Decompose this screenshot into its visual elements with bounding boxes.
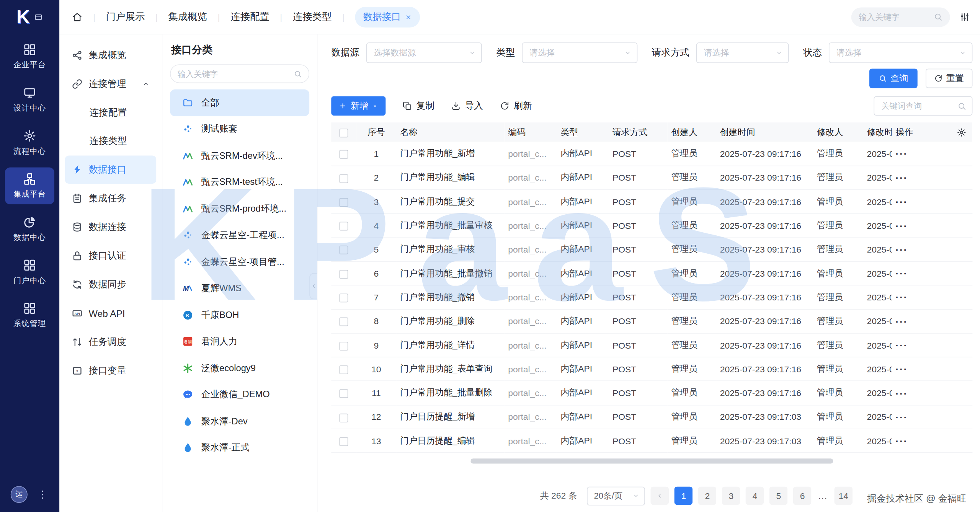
category-item-9[interactable]: 君润 君润人力 <box>170 328 309 355</box>
query-button[interactable]: 查询 <box>869 69 918 88</box>
menu-item-2[interactable]: 数据接口 <box>65 156 156 184</box>
table-row[interactable]: 11 门户常用功能_批量删除 portal_c... 内部API POST 管理… <box>331 381 972 405</box>
row-actions[interactable]: ··· <box>896 268 908 279</box>
category-item-6[interactable]: 金蝶云星空-项目管... <box>170 249 309 275</box>
gear-icon[interactable] <box>957 127 966 137</box>
table-row[interactable]: 9 门户常用功能_详情 portal_c... 内部API POST 管理员 2… <box>331 333 972 357</box>
avatar[interactable]: 运 <box>11 486 28 503</box>
tab-3[interactable]: 连接类型 <box>293 10 332 23</box>
copy-button[interactable]: 复制 <box>402 100 434 112</box>
row-actions[interactable]: ··· <box>896 316 908 327</box>
table-row[interactable]: 7 门户常用功能_撤销 portal_c... 内部API POST 管理员 2… <box>331 285 972 310</box>
row-checkbox[interactable] <box>340 222 348 231</box>
page-ellipsis[interactable]: ... <box>817 491 828 501</box>
row-actions[interactable]: ··· <box>896 173 908 183</box>
row-checkbox[interactable] <box>340 150 348 159</box>
menu-item-7[interactable]: API Web API <box>65 299 156 327</box>
table-row[interactable]: 1 门户常用功能_新增 portal_c... 内部API POST 管理员 2… <box>331 142 972 166</box>
table-row[interactable]: 3 门户常用功能_提交 portal_c... 内部API POST 管理员 2… <box>331 190 972 214</box>
row-actions[interactable]: ··· <box>896 412 908 422</box>
table-row[interactable]: 8 门户常用功能_删除 portal_c... 内部API POST 管理员 2… <box>331 309 972 333</box>
category-item-8[interactable]: K 千康BOH <box>170 302 309 328</box>
rail-item-2[interactable]: 流程中心 <box>5 124 54 161</box>
menu-item-1[interactable]: 连接管理 <box>65 70 156 98</box>
row-actions[interactable]: ··· <box>896 220 908 231</box>
menu-subitem-1-1[interactable]: 连接类型 <box>59 127 162 155</box>
menu-item-6[interactable]: 数据同步 <box>65 271 156 298</box>
reset-button[interactable]: 重置 <box>926 69 972 88</box>
scrollbar-thumb[interactable] <box>470 459 833 464</box>
tab-1[interactable]: 集成概览 <box>168 10 207 23</box>
rail-item-6[interactable]: 系统管理 <box>5 297 54 334</box>
menu-item-3[interactable]: 集成任务 <box>65 184 156 212</box>
home-icon[interactable] <box>72 11 83 22</box>
table-row[interactable]: 13 门户日历提醒_编辑 portal_c... 内部API POST 管理员 … <box>331 429 972 453</box>
page-size-select[interactable]: 20条/页 <box>587 486 645 505</box>
menu-item-4[interactable]: 数据连接 <box>65 213 156 241</box>
prev-page-button[interactable] <box>651 487 669 505</box>
menu-item-5[interactable]: 接口认证 <box>65 242 156 270</box>
row-checkbox[interactable] <box>340 174 348 183</box>
table-row[interactable]: 5 门户常用功能_审核 portal_c... 内部API POST 管理员 2… <box>331 238 972 262</box>
row-actions[interactable]: ··· <box>896 340 908 351</box>
category-search[interactable] <box>170 64 309 83</box>
keyword-search[interactable] <box>874 96 972 116</box>
filter-select-2[interactable]: 请选择 <box>696 42 789 63</box>
tab-2[interactable]: 连接配置 <box>230 10 269 23</box>
row-checkbox[interactable] <box>340 198 348 207</box>
app-logo[interactable]: K <box>0 0 59 34</box>
add-button[interactable]: 新增 <box>331 96 385 116</box>
filter-select-0[interactable]: 选择数据源 <box>366 42 482 63</box>
tab-0[interactable]: 门户展示 <box>106 10 145 23</box>
rail-item-3[interactable]: 集成平台 <box>5 168 54 204</box>
category-item-10[interactable]: 泛微ecology9 <box>170 355 309 381</box>
global-search-input[interactable] <box>859 12 930 21</box>
category-item-12[interactable]: 聚水潭-Dev <box>170 408 309 434</box>
filter-select-1[interactable]: 请选择 <box>522 42 637 63</box>
row-actions[interactable]: ··· <box>896 435 908 446</box>
page-button-5[interactable]: 5 <box>769 487 787 505</box>
page-button-1[interactable]: 1 <box>675 487 693 505</box>
category-item-3[interactable]: 甄云SRM-test环境... <box>170 169 309 196</box>
refresh-button[interactable]: 刷新 <box>500 100 532 112</box>
rail-item-4[interactable]: 数据中心 <box>5 210 54 247</box>
row-checkbox[interactable] <box>340 294 348 302</box>
row-actions[interactable]: ··· <box>896 292 908 303</box>
select-all-checkbox[interactable] <box>340 129 348 137</box>
row-checkbox[interactable] <box>340 342 348 351</box>
row-actions[interactable]: ··· <box>896 388 908 398</box>
more-menu-icon[interactable]: ⋮ <box>38 488 47 500</box>
filter-sliders-icon[interactable] <box>959 11 970 22</box>
rail-item-0[interactable]: 企业平台 <box>5 38 54 75</box>
page-button-4[interactable]: 4 <box>746 487 764 505</box>
menu-item-9[interactable]: x 接口变量 <box>65 357 156 385</box>
row-actions[interactable]: ··· <box>896 364 908 375</box>
menu-item-0[interactable]: 集成概览 <box>65 41 156 69</box>
row-actions[interactable]: ··· <box>896 196 908 207</box>
category-item-13[interactable]: 聚水潭-正式 <box>170 435 309 461</box>
category-item-2[interactable]: 甄云SRM-dev环境... <box>170 142 309 169</box>
category-item-11[interactable]: 企业微信_DEMO <box>170 382 309 408</box>
menu-subitem-1-0[interactable]: 连接配置 <box>59 99 162 127</box>
row-checkbox[interactable] <box>340 390 348 398</box>
row-checkbox[interactable] <box>340 365 348 374</box>
row-checkbox[interactable] <box>340 246 348 254</box>
menu-item-8[interactable]: 任务调度 <box>65 328 156 356</box>
keyword-search-input[interactable] <box>881 101 954 110</box>
table-row[interactable]: 6 门户常用功能_批量撤销 portal_c... 内部API POST 管理员… <box>331 261 972 285</box>
table-row[interactable]: 10 门户常用功能_表单查询 portal_c... 内部API POST 管理… <box>331 357 972 381</box>
row-actions[interactable]: ··· <box>896 244 908 255</box>
page-button-14[interactable]: 14 <box>835 487 853 505</box>
filter-select-3[interactable]: 请选择 <box>829 42 973 63</box>
table-row[interactable]: 4 门户常用功能_批量审核 portal_c... 内部API POST 管理员… <box>331 214 972 238</box>
page-button-3[interactable]: 3 <box>722 487 740 505</box>
row-checkbox[interactable] <box>340 270 348 279</box>
category-item-1[interactable]: 测试账套 <box>170 116 309 142</box>
row-checkbox[interactable] <box>340 413 348 422</box>
close-icon[interactable] <box>405 13 412 20</box>
category-item-0[interactable]: 全部 <box>170 89 309 116</box>
page-button-6[interactable]: 6 <box>793 487 811 505</box>
tab-4[interactable]: 数据接口 <box>355 7 420 27</box>
category-item-7[interactable]: M 夏辉WMS <box>170 275 309 302</box>
page-button-2[interactable]: 2 <box>698 487 716 505</box>
